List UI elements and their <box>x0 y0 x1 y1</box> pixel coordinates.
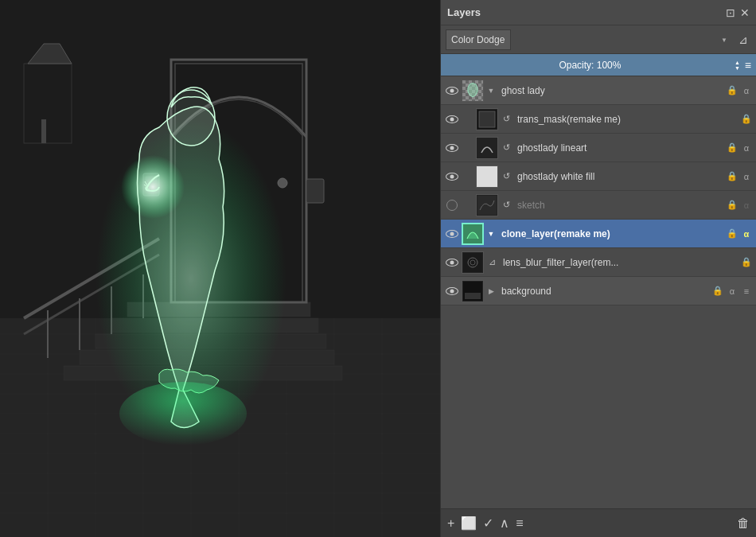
layers-title: Layers <box>447 6 481 18</box>
layer-thumbnail <box>462 80 484 102</box>
bottom-left-icons: + ⬜ ✓ ∧ ≡ <box>447 516 524 531</box>
layer-right-icons: 🔒 α <box>726 171 753 181</box>
layer-name: clone_layer(remake me) <box>498 228 724 239</box>
layer-row[interactable]: ▶ background 🔒 α ≡ <box>441 277 756 305</box>
lock-icon[interactable]: 🔒 <box>726 200 738 210</box>
lock-icon[interactable]: 🔒 <box>711 286 724 296</box>
svg-rect-44 <box>479 111 495 127</box>
expand-arrow[interactable]: ▶ <box>485 286 497 297</box>
visibility-toggle[interactable] <box>444 169 460 185</box>
layer-row[interactable]: ▼ ghost lady 🔒 α <box>441 76 756 105</box>
alpha-icon[interactable]: α <box>740 143 753 153</box>
svg-rect-41 <box>306 179 324 203</box>
layer-right-icons: 🔒 α <box>726 142 753 153</box>
close-icon[interactable]: ✕ <box>740 6 750 19</box>
layer-thumbnail <box>462 251 484 274</box>
type-icon: ↺ <box>500 142 512 154</box>
lock-icon[interactable]: 🔒 <box>726 228 738 239</box>
layer-row[interactable]: ↺ ghostlady lineart 🔒 α <box>441 134 756 162</box>
layer-thumbnail <box>476 165 498 188</box>
layer-thumbnail <box>462 223 484 245</box>
filter-icon: ⊿ <box>485 256 498 269</box>
layers-bottom-toolbar: + ⬜ ✓ ∧ ≡ 🗑 <box>441 508 756 537</box>
svg-rect-45 <box>477 138 497 158</box>
layer-name: sketch <box>514 200 724 211</box>
more-icon[interactable]: ≡ <box>740 286 753 296</box>
layer-right-icons: 🔒 α <box>726 85 753 95</box>
visibility-toggle[interactable] <box>444 111 460 127</box>
layers-header: Layers ⊡ ✕ <box>441 0 756 25</box>
layers-panel: Layers ⊡ ✕ Color Dodge Normal Multiply S… <box>440 0 756 537</box>
lock-icon[interactable]: 🔒 <box>726 171 738 181</box>
layer-name: trans_mask(remake me) <box>514 114 738 125</box>
type-icon: ↺ <box>500 113 512 126</box>
move-up-button[interactable]: ∧ <box>500 516 509 531</box>
visibility-toggle[interactable] <box>444 255 460 270</box>
alpha-icon[interactable]: α <box>740 172 753 181</box>
opacity-row: Opacity: 100% ▲ ▼ ≡ <box>441 54 756 76</box>
expand-icon[interactable]: ⊡ <box>726 6 735 19</box>
type-icon: ↺ <box>500 170 512 183</box>
blend-mode-row: Color Dodge Normal Multiply Screen Overl… <box>441 25 756 54</box>
svg-point-40 <box>119 382 247 446</box>
header-icons: ⊡ ✕ <box>726 6 750 19</box>
filter-icon[interactable]: ⊿ <box>735 32 751 48</box>
visibility-toggle[interactable] <box>444 140 460 156</box>
lock-icon[interactable]: 🔒 <box>740 114 753 124</box>
layer-row[interactable]: ↺ trans_mask(remake me) 🔒 <box>441 105 756 134</box>
layer-right-icons: 🔒 α <box>726 228 753 239</box>
type-icon: ↺ <box>500 199 512 212</box>
alpha-icon[interactable]: α <box>740 200 753 210</box>
layer-name: ghostlady lineart <box>514 142 724 154</box>
alpha-icon[interactable]: α <box>740 86 753 95</box>
layer-thumbnail <box>476 194 498 216</box>
layer-row[interactable]: ↺ sketch 🔒 α <box>441 191 756 220</box>
visibility-toggle[interactable] <box>444 283 460 299</box>
alpha-icon[interactable]: α <box>740 229 753 239</box>
lock-icon[interactable]: 🔒 <box>726 85 738 95</box>
lock-icon[interactable]: 🔒 <box>726 142 738 153</box>
opacity-stepper[interactable]: ▲ ▼ <box>735 60 740 71</box>
blend-mode-select[interactable]: Color Dodge Normal Multiply Screen Overl… <box>446 29 511 50</box>
canvas-area <box>0 0 440 537</box>
delete-layer-button[interactable]: 🗑 <box>737 516 750 531</box>
flatten-button[interactable]: ≡ <box>516 516 523 531</box>
layer-right-icons: 🔒 α ≡ <box>711 286 753 296</box>
layer-right-icons: 🔒 <box>740 114 753 124</box>
visibility-toggle[interactable] <box>444 83 460 99</box>
alpha-icon[interactable]: α <box>726 286 738 296</box>
opacity-label: Opacity: 100% <box>446 60 735 71</box>
svg-rect-53 <box>465 293 481 299</box>
svg-rect-32 <box>41 119 46 143</box>
lock-icon[interactable]: 🔒 <box>740 257 753 267</box>
expand-arrow[interactable]: ▼ <box>485 85 497 96</box>
layer-right-icons: 🔒 <box>740 257 753 267</box>
layer-row[interactable]: ⊿ lens_blur_filter_layer(rem... 🔒 <box>441 248 756 277</box>
layer-row[interactable]: ▼ clone_layer(remake me) 🔒 α <box>441 220 756 248</box>
layer-name: background <box>498 286 710 297</box>
layers-list: ▼ ghost lady 🔒 α ↺ trans_mask(remake me)… <box>441 76 756 508</box>
layer-right-icons: 🔒 α <box>726 200 753 210</box>
layer-name: ghost lady <box>498 85 724 96</box>
add-layer-button[interactable]: + <box>447 516 454 531</box>
layer-thumbnail <box>462 280 484 302</box>
layer-name: ghostlady white fill <box>514 171 724 182</box>
layer-row[interactable]: ↺ ghostlady white fill 🔒 α <box>441 162 756 191</box>
blend-mode-wrapper: Color Dodge Normal Multiply Screen Overl… <box>446 29 732 50</box>
layer-thumbnail <box>476 137 498 159</box>
svg-rect-47 <box>477 196 497 215</box>
new-layer-button[interactable]: ⬜ <box>461 516 477 531</box>
layer-thumbnail <box>476 108 498 130</box>
expand-arrow[interactable]: ▼ <box>485 228 497 239</box>
move-down-button[interactable]: ✓ <box>483 516 493 531</box>
svg-rect-46 <box>477 167 497 186</box>
svg-rect-49 <box>463 253 482 272</box>
visibility-toggle[interactable] <box>444 226 460 242</box>
layer-name: lens_blur_filter_layer(rem... <box>500 257 738 268</box>
layers-menu-icon[interactable]: ≡ <box>745 59 751 72</box>
visibility-toggle[interactable] <box>444 197 460 213</box>
svg-point-28 <box>278 178 287 188</box>
